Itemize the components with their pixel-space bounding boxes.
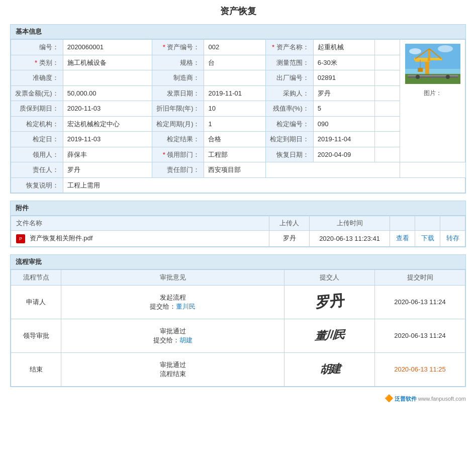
workflow-header-row: 流程节点 审批意见 提交人 提交时间: [11, 269, 465, 285]
zeriren-label: 责任人：: [11, 162, 63, 178]
leibie-value: 施工机械设备: [63, 55, 152, 70]
zhundque-label: 准确度：: [11, 70, 63, 86]
lingyong-label: 领用人：: [11, 147, 63, 162]
jiance-end-value: 2019-11-04: [313, 132, 374, 147]
svg-rect-6: [428, 49, 430, 61]
huifu-date-label: 恢复日期：: [265, 147, 313, 162]
uploader-header: 上传人: [269, 216, 310, 231]
canzhi-label: 残值率(%)：: [265, 101, 313, 117]
jiance-ri-label: 检定日：: [11, 132, 63, 147]
flow-comment-1: 发起流程 提交给：董川民: [61, 285, 284, 319]
attachment-download-btn[interactable]: 下载: [415, 231, 440, 247]
bianhao-label: 编号：: [11, 40, 63, 55]
attachment-header: 附件: [11, 201, 465, 216]
jiance-end-label: 检定到期日：: [265, 132, 313, 147]
flow-node-3: 结束: [11, 352, 61, 386]
jiance-zhou-value: 1: [204, 116, 265, 132]
svg-point-13: [416, 75, 420, 79]
flow-signature-2: 董川民: [284, 319, 375, 352]
submitter-header: 提交人: [284, 269, 375, 285]
celiang-value: 6-30米: [313, 55, 374, 70]
zeriren-value: 罗丹: [63, 162, 152, 178]
chuchang-label: 出厂编号：: [265, 70, 313, 86]
zhizaoshang-value: [204, 70, 265, 86]
jiance-label: 检定机构：: [11, 116, 63, 132]
pdf-icon: P: [16, 234, 25, 243]
attachment-filename: P 资产恢复相关附件.pdf: [11, 231, 269, 247]
workflow-row: 领导审批 审批通过 提交给：胡建 董川民 2020-06-13 11:24: [11, 319, 465, 352]
jiance-bh-value: 090: [313, 116, 374, 132]
basic-info-table: 编号： 2020060001 * 资产编号： 002 * 资产名称： 起重机械: [11, 39, 465, 193]
asset-bianhao-label: * 资产编号：: [152, 40, 204, 55]
attachment-view-btn[interactable]: 查看: [390, 231, 415, 247]
logo-icon: 🔶: [385, 394, 393, 402]
jiance-result-value: 合格: [204, 132, 265, 147]
workflow-row: 结束 审批通过 流程结束 胡建 2020-06-13 11:25: [11, 352, 465, 386]
node-header: 流程节点: [11, 269, 61, 285]
svg-rect-11: [408, 75, 458, 76]
table-header-row: 文件名称 上传人 上传时间: [11, 216, 465, 231]
zhidao-label: 质保到期日：: [11, 101, 63, 117]
table-row: 检定机构： 宏达机械检定中心 检定周期(月)： 1 检定编号： 090: [11, 116, 465, 132]
save-header: [440, 216, 465, 231]
attachment-save-btn[interactable]: 转存: [440, 231, 465, 247]
workflow-table: 流程节点 审批意见 提交人 提交时间 申请人 发起流程 提交给：董川民 罗丹: [11, 269, 465, 387]
huifu-shuoming-label: 恢复说明：: [11, 177, 63, 193]
asset-name-value: 起重机械: [313, 40, 374, 55]
zhejiu-label: 折旧年限(年)：: [152, 101, 204, 117]
caigou-label: 采购人：: [265, 85, 313, 101]
flow-time-2: 2020-06-13 11:24: [375, 319, 465, 352]
lingyong-dept-value: 工程部: [204, 147, 265, 162]
flow-comment-2: 审批通过 提交给：胡建: [61, 319, 284, 352]
attachment-table: 文件名称 上传人 上传时间 P 资产恢复相关附件.pdf 罗丹 2020-06-…: [11, 216, 465, 247]
footer: 🔶 泛普软件 www.fanpusoft.com: [10, 394, 466, 403]
website: www.fanpusoft.com: [418, 396, 466, 402]
flow-node-2: 领导审批: [11, 319, 61, 352]
caigou-value: 罗丹: [313, 85, 374, 101]
svg-rect-10: [418, 68, 423, 72]
guige-value: 台: [204, 55, 265, 70]
table-row: * 类别： 施工机械设备 规格： 台 测量范围： 6-30米: [11, 55, 465, 70]
table-row: 准确度： 制造商： 出厂编号： 02891: [11, 70, 465, 86]
download-header: [415, 216, 440, 231]
spacer-cell: [375, 40, 400, 55]
asset-bianhao-value: 002: [204, 40, 265, 55]
bianhao-value: 2020060001: [63, 40, 152, 55]
logo-text: 泛普软件: [395, 396, 417, 402]
table-row: 恢复说明： 工程上需用: [11, 177, 465, 193]
view-header: [390, 216, 415, 231]
fapiao-label: 发票金额(元)：: [11, 85, 63, 101]
svg-rect-12: [408, 76, 458, 78]
chuchang-value: 02891: [313, 70, 374, 86]
jiance-zhou-label: 检定周期(月)：: [152, 116, 204, 132]
flow-signature-3: 胡建: [284, 352, 375, 386]
lingyong-value: 薛保丰: [63, 147, 152, 162]
table-row: 责任人： 罗丹 责任部门： 西安项目部: [11, 162, 465, 178]
zeriren-dept-label: 责任部门：: [152, 162, 204, 178]
leibie-label: * 类别：: [11, 55, 63, 70]
submit-time-header: 提交时间: [375, 269, 465, 285]
table-row: 领用人： 薛保丰 * 领用部门： 工程部 恢复日期： 2020-04-09: [11, 147, 465, 162]
zeriren-dept-value: 西安项目部: [204, 162, 265, 178]
workflow-row: 申请人 发起流程 提交给：董川民 罗丹 2020-06-13 11:24: [11, 285, 465, 319]
basic-info-header: 基本信息: [11, 25, 465, 39]
asset-name-label: * 资产名称：: [265, 40, 313, 55]
huifu-date-value: 2020-04-09: [313, 147, 374, 162]
zhizaoshang-label: 制造商：: [152, 70, 204, 86]
table-row: 编号： 2020060001 * 资产编号： 002 * 资产名称： 起重机械: [11, 40, 465, 55]
zhejiu-value: 10: [204, 101, 265, 117]
flow-comment-3: 审批通过 流程结束: [61, 352, 284, 386]
filename-header: 文件名称: [11, 216, 269, 231]
asset-image-cell: 图片：: [400, 40, 465, 162]
fapiao-value: 50,000.00: [63, 85, 152, 101]
svg-point-16: [438, 45, 453, 52]
image-label: 图片：: [404, 88, 461, 98]
fapiao-date-label: 发票日期：: [152, 85, 204, 101]
celiang-label: 测量范围：: [265, 55, 313, 70]
table-row: 质保到期日： 2020-11-03 折旧年限(年)： 10 残值率(%)： 5: [11, 101, 465, 117]
attachment-upload-time: 2020-06-13 11:23:41: [310, 231, 390, 247]
jiance-value: 宏达机械检定中心: [63, 116, 152, 132]
zhidao-value: 2020-11-03: [63, 101, 152, 117]
flow-node-1: 申请人: [11, 285, 61, 319]
workflow-header: 流程审批: [11, 255, 465, 269]
